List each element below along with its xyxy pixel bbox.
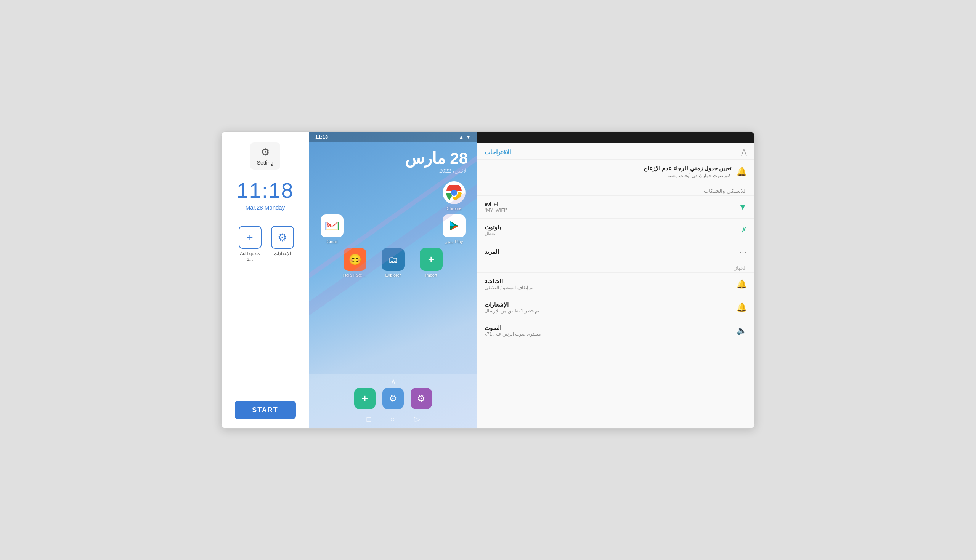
wifi-text: Wi-Fi "MY_WIFI" [485,201,507,213]
app-explorer[interactable]: 🗂 Explorer [378,248,408,277]
app-import[interactable]: + Import [416,248,446,277]
phone-date-sub: الاثنين، 2022 [318,168,468,174]
hola-label: Hola Fake ... [343,273,367,277]
screen-sub: تم إيقاف السطوع التكيفي [485,285,533,290]
play-label: متجر Play [445,239,463,244]
play-icon [443,215,466,237]
nav-square-button[interactable]: □ [366,415,371,423]
more-text: المزيد [485,248,499,255]
gmail-icon: M [321,215,344,237]
suggestion-item: 🔔 تعيين جدول زمني للرجاء عدم الإزعاج كتم… [477,160,754,184]
gear-icon: ⚙ [261,146,269,158]
explorer-label: Explorer [386,273,401,277]
phone-panel: 11:18 ▲ ▼ 28 مارس الاثنين، 2022 [309,132,477,428]
more-dots-button[interactable]: ⋯ [739,247,747,257]
suggestion-more-icon[interactable]: ⋮ [485,168,491,176]
phone-status-icons: ▲ ▼ [459,134,471,140]
screen-row[interactable]: 🔔 الشاشة تم إيقاف السطوع التكيفي [477,273,754,296]
setting-button[interactable]: ⚙ Setting [250,142,281,170]
phone-status-bar: 11:18 ▲ ▼ [309,132,477,142]
wireless-section-label: اللاسلكي والشبكات [477,184,754,196]
app-row-1: Chrome [317,181,469,211]
chrome-icon [443,181,466,204]
start-button[interactable]: START [235,401,296,419]
more-row[interactable]: ⋯ المزيد [477,242,754,262]
hola-icon: 😊 [344,248,366,271]
app-hola[interactable]: 😊 Hola Fake ... [340,248,370,277]
sound-sub: مستوى صوت الرنين على 71٪ [485,332,541,337]
app-play[interactable]: متجر Play [439,215,469,244]
bluetooth-sub: معطّل [485,231,496,236]
svg-point-2 [452,190,456,195]
sound-icon: 🔈 [737,326,747,336]
app-row-2: M Gmail متجر Pl [317,215,469,244]
setting-label: Setting [257,160,274,166]
wifi-title: Wi-Fi [485,201,499,208]
more-title: المزيد [485,248,499,255]
bluetooth-row[interactable]: ✗ بلوتوث معطّل [477,219,754,242]
import-label: Import [425,273,437,277]
suggestions-header: ⋀ الاقتراحات [477,143,754,160]
wifi-row[interactable]: ▼ Wi-Fi "MY_WIFI" [477,196,754,219]
up-arrow-icon: ∧ [391,377,396,385]
notifications-sub: تم حظر 1 تطبيق من الإرسال [485,308,539,313]
settings-quick-button[interactable]: ⚙ الإعدادات [271,226,294,262]
nav-back-button[interactable]: ▷ [414,415,420,423]
quick-actions: + Add quick s... ⚙ الإعدادات [237,226,294,262]
bluetooth-text: بلوتوث معطّل [485,224,501,236]
wifi-sub: "MY_WIFI" [485,208,507,213]
explorer-icon: 🗂 [382,248,404,271]
left-panel: ⚙ Setting 11:18 Mar.28 Monday + Add quic… [222,132,309,428]
device-section-label: الجهاز [477,262,754,273]
suggestion-main: تعيين جدول زمني للرجاء عدم الإزعاج [497,165,731,172]
gmail-label: Gmail [327,239,338,244]
settings-label: الإعدادات [274,251,291,257]
bell-icon: 🔔 [737,167,747,177]
app-gmail[interactable]: M Gmail [317,215,347,244]
suggestion-sub: كتم صوت جهازك في أوقات معينة [497,173,731,178]
wifi-icon: ▼ [739,202,747,212]
bluetooth-icon: ✗ [741,226,747,234]
phone-dock: + ⚙ ⚙ [354,388,432,409]
add-quick-button[interactable]: + Add quick s... [237,226,264,262]
app-chrome[interactable]: Chrome [439,181,469,211]
right-panel: ⋀ الاقتراحات 🔔 تعيين جدول زمني للرجاء عد… [477,132,754,428]
clock-date: Mar.28 Monday [246,204,285,211]
phone-date-arabic: 28 مارس [318,149,468,168]
dock-add-button[interactable]: + [354,388,376,409]
clock-time: 11:18 [236,178,294,203]
import-icon: + [420,248,443,271]
app-row-3: 😊 Hola Fake ... 🗂 Explorer + Import [317,248,469,277]
add-quick-label: Add quick s... [237,251,264,262]
bluetooth-title: بلوتوث [485,224,501,231]
phone-date-section: 28 مارس الاثنين، 2022 [309,142,477,178]
nav-home-button[interactable]: ○ [390,415,395,423]
wifi-status-icon: ▼ [466,134,471,140]
screen-title: الشاشة [485,278,503,285]
screen-text: الشاشة تم إيقاف السطوع التكيفي [485,278,533,290]
screen-icon: 🔔 [737,279,747,289]
notifications-icon: 🔔 [737,302,747,312]
notifications-title: الإشعارات [485,301,508,308]
phone-dock-area: ∧ + ⚙ ⚙ □ ○ ▷ [309,374,477,428]
phone-status-time: 11:18 [315,134,328,140]
dock-settings-purple-button[interactable]: ⚙ [411,388,432,409]
notifications-text: الإشعارات تم حظر 1 تطبيق من الإرسال [485,301,539,313]
sound-title: الصوت [485,325,501,332]
svg-text:M: M [327,223,331,228]
notifications-row[interactable]: 🔔 الإشعارات تم حظر 1 تطبيق من الإرسال [477,296,754,319]
add-icon: + [239,226,262,249]
settings-icon: ⚙ [271,226,294,249]
sound-text: الصوت مستوى صوت الرنين على 71٪ [485,325,541,337]
signal-icon: ▲ [459,134,464,140]
suggestions-title: الاقتراحات [485,148,511,156]
suggestion-text: تعيين جدول زمني للرجاء عدم الإزعاج كتم ص… [497,165,731,178]
dock-settings-blue-button[interactable]: ⚙ [383,388,404,409]
phone-apps-grid: Chrome M [309,178,477,374]
right-top-bar [477,132,754,143]
phone-nav-bar: □ ○ ▷ [366,412,419,424]
chrome-label: Chrome [446,206,461,211]
sound-row[interactable]: 🔈 الصوت مستوى صوت الرنين على 71٪ [477,319,754,342]
suggestions-collapse-button[interactable]: ⋀ [741,148,747,156]
